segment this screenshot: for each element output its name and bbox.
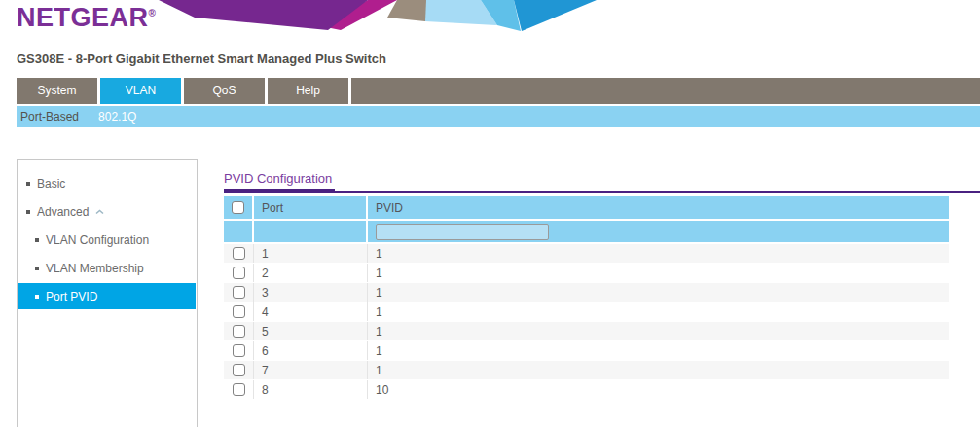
sidebar-item-label: Advanced [37,205,89,219]
nav-tab-help[interactable]: Help [268,78,351,104]
nav-tab-system[interactable]: System [17,78,100,104]
table-row: 8 10 [224,380,949,400]
row-checkbox[interactable] [233,364,245,376]
sidebar-item-label: Basic [37,177,65,191]
row-check-cell [224,302,254,321]
subnav-item-label: 802.1Q [98,110,136,124]
table-row: 6 1 [224,341,949,361]
port-cell: 2 [254,264,368,282]
table-row: 3 1 [224,283,949,302]
column-header-pvid: PVID [368,196,949,219]
column-header-port: Port [254,196,368,219]
chevron-up-icon [95,209,104,215]
page-title: PVID Configuration [224,171,335,193]
row-checkbox[interactable] [233,247,245,260]
table-row: 7 1 [224,361,949,380]
filter-check-cell [224,221,254,242]
nav-tab-vlan[interactable]: VLAN [100,78,184,104]
sub-navbar: Port-Based802.1Q [17,106,980,127]
sidebar-item-label: VLAN Configuration [46,233,149,247]
row-check-cell [224,244,254,263]
pvid-table: Port PVID 1 1 2 1 3 1 [224,196,949,400]
row-check-cell [224,380,254,399]
table-row: 2 1 [224,264,949,283]
sidebar-item-vlan-membership[interactable]: VLAN Membership [18,255,196,281]
sidebar-item-basic[interactable]: Basic [18,170,196,196]
row-check-cell [224,322,254,340]
netgear-logo-text: NETGEAR [17,3,149,32]
nav-tab-label: System [37,84,76,97]
device-title: GS308E - 8-Port Gigabit Ethernet Smart M… [17,52,386,66]
filter-port-cell [254,221,368,242]
netgear-logo: NETGEAR® [17,5,156,31]
pvid-cell: 1 [368,361,949,379]
row-checkbox[interactable] [233,305,245,318]
subnav-item-802-1q[interactable]: 802.1Q [89,106,146,127]
port-cell: 8 [254,380,368,399]
bullet-icon [26,182,30,186]
nav-tab-label: VLAN [126,84,156,97]
nav-tab-label: Help [296,84,320,97]
select-all-checkbox[interactable] [232,201,244,214]
nav-tab-qos[interactable]: QoS [184,78,268,104]
bullet-icon [35,267,39,270]
main-content: PVID Configuration Port PVID 1 1 [224,159,980,400]
table-row: 4 1 [224,302,949,322]
bullet-icon [35,295,39,299]
table-body: 1 1 2 1 3 1 4 1 5 1 6 1 7 1 [224,244,949,400]
pvid-cell: 1 [368,322,949,340]
sidebar-item-vlan-configuration[interactable]: VLAN Configuration [18,227,196,253]
row-checkbox[interactable] [233,325,245,338]
table-filter-row [224,221,949,244]
sidebar-item-label: Port PVID [46,290,97,303]
select-all-cell [224,196,254,219]
pvid-cell: 1 [368,264,949,282]
port-cell: 4 [254,302,368,321]
page: NETGEAR® GS308E - 8-Port Gigabit Etherne… [0,0,980,427]
pvid-cell: 1 [368,244,949,263]
row-checkbox[interactable] [233,286,245,299]
table-header-row: Port PVID [224,196,949,221]
bullet-icon [26,210,30,214]
pvid-filter-input[interactable] [376,224,549,240]
pvid-cell: 1 [368,302,949,321]
pvid-cell: 1 [368,283,949,302]
subnav-item-port-based[interactable]: Port-Based [17,106,89,127]
main-navbar: SystemVLANQoSHelp [17,78,980,104]
filter-pvid-cell [368,221,949,242]
row-checkbox[interactable] [233,383,245,396]
sidebar-item-advanced[interactable]: Advanced [18,198,196,225]
table-row: 5 1 [224,322,949,341]
row-check-cell [224,283,254,302]
registered-mark: ® [149,8,157,18]
sidebar-item-label: VLAN Membership [46,262,144,275]
pvid-cell: 10 [368,380,949,399]
row-checkbox[interactable] [233,267,245,279]
row-check-cell [224,264,254,282]
row-check-cell [224,341,254,360]
sidebar-item-port-pvid[interactable]: Port PVID [18,283,196,309]
bullet-icon [35,238,39,242]
subnav-item-label: Port-Based [20,110,79,124]
port-cell: 1 [254,244,368,263]
table-row: 1 1 [224,244,949,264]
port-cell: 7 [254,361,368,379]
port-cell: 5 [254,322,368,340]
nav-tab-label: QoS [212,84,236,97]
heading-underline: PVID Configuration [224,169,980,193]
row-check-cell [224,361,254,379]
port-cell: 6 [254,341,368,360]
pvid-cell: 1 [368,341,949,360]
port-cell: 3 [254,283,368,302]
sidebar: Basic Advanced VLAN Configuration VLAN M… [17,159,198,427]
row-checkbox[interactable] [233,344,245,357]
